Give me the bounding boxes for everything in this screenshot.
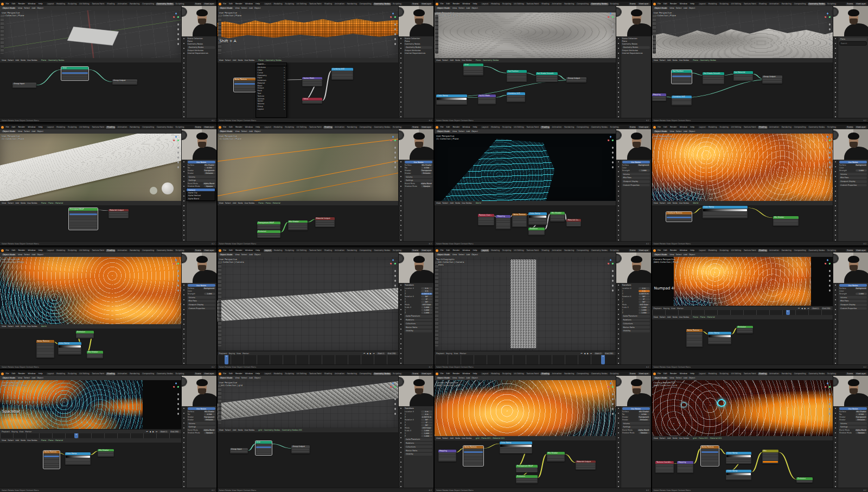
viewport-menu-select[interactable]: Select bbox=[241, 130, 247, 133]
workspace-tab-texture-paint[interactable]: Texture Paint bbox=[308, 3, 323, 5]
property-value[interactable]: Background bbox=[855, 287, 867, 289]
search-input[interactable]: Search bbox=[839, 41, 867, 46]
menu-item-help[interactable]: Help bbox=[472, 373, 478, 375]
panel-section[interactable]: Custom Properties bbox=[839, 184, 867, 187]
timeline-editor[interactable]: PlaybackKeyingViewMarker⏮ ◀ ▶ ⏭Start 1En… bbox=[652, 306, 833, 315]
blender-logo-icon[interactable] bbox=[219, 126, 221, 129]
workspace-tab-geometry-nodes[interactable]: Geometry Nodes bbox=[373, 373, 392, 375]
viewport-menu-select[interactable]: Select bbox=[676, 377, 682, 379]
viewport-menu-select[interactable]: Select bbox=[458, 254, 464, 256]
topbar-chip[interactable]: ViewLayer bbox=[203, 3, 215, 5]
node-editor-menu-node[interactable]: Node bbox=[21, 439, 25, 441]
node-set-shade-smooth[interactable]: Set Shade Smooth bbox=[536, 72, 558, 82]
property-value[interactable]: 0 m bbox=[421, 290, 432, 292]
workspace-tab-rendering[interactable]: Rendering bbox=[346, 126, 358, 129]
blender-logo-icon[interactable] bbox=[1, 3, 4, 5]
timeline-playhead[interactable]: 0 bbox=[74, 433, 78, 438]
workspace-tab-uv-editing[interactable]: UV Editing bbox=[513, 373, 525, 375]
node-mix[interactable]: Mix bbox=[762, 450, 778, 463]
blend-mode-dropdown[interactable]: OpaqueAlpha ClipAlpha HashedAlpha Blend bbox=[186, 188, 215, 201]
properties-tab-icons[interactable] bbox=[833, 160, 838, 241]
workspace-tab-scripting[interactable]: Scripting bbox=[826, 126, 837, 129]
node-color-ramp[interactable]: Color Ramp bbox=[436, 94, 467, 105]
viewport-3d[interactable]: User Perspective(1) Collection | Plane bbox=[218, 134, 399, 201]
workspace-tab-shading[interactable]: Shading bbox=[540, 249, 550, 252]
workspace-tab-texture-paint[interactable]: Texture Paint bbox=[91, 373, 106, 375]
menu-item-edit[interactable]: Edit bbox=[663, 249, 668, 251]
workspace-tab-uv-editing[interactable]: UV Editing bbox=[730, 373, 742, 375]
property-value[interactable]: 90° bbox=[421, 424, 432, 426]
menu-item-help[interactable]: Help bbox=[254, 373, 260, 375]
panel-section[interactable]: Motion Paths bbox=[405, 326, 432, 329]
node-editor-canvas[interactable]: Texture CoordinateMappingNoise TextureCo… bbox=[652, 440, 833, 488]
property-value[interactable]: Alpha Blend bbox=[203, 182, 215, 185]
menu-item-render[interactable]: Render bbox=[234, 249, 243, 251]
frame-end-chip[interactable]: End 250 bbox=[387, 352, 397, 355]
workspace-tab-texture-paint[interactable]: Texture Paint bbox=[743, 373, 757, 375]
property-value[interactable]: Emission bbox=[204, 172, 215, 174]
workspace-tab-texture-paint[interactable]: Texture Paint bbox=[743, 3, 757, 5]
menu-item-help[interactable]: Help bbox=[472, 249, 478, 251]
node-editor-menu-node[interactable]: Node bbox=[21, 59, 25, 61]
node-editor-canvas[interactable]: Texture CoordinateMappingNoise TextureCo… bbox=[435, 205, 616, 241]
node-editor-menu-add[interactable]: Add bbox=[15, 439, 19, 441]
menu-item-render[interactable]: Render bbox=[669, 3, 678, 5]
viewport-menu-object-mode[interactable]: Object Mode bbox=[219, 254, 234, 256]
modifier-section-header[interactable]: Geometry Nodes bbox=[622, 46, 650, 49]
node-editor-menu-view[interactable]: View bbox=[654, 316, 658, 318]
node-noise-texture[interactable]: Noise Texture bbox=[36, 340, 54, 358]
viewport-menu-object-mode[interactable]: Object Mode bbox=[436, 130, 451, 133]
menu-item-help[interactable]: Help bbox=[472, 3, 478, 5]
viewport-menu-object-mode[interactable]: Object Mode bbox=[2, 130, 16, 133]
node-texture-coordinate[interactable]: Texture Coordinate bbox=[655, 461, 673, 473]
viewport-menu-add[interactable]: Add bbox=[31, 254, 35, 256]
panel-section[interactable]: Viewport Display bbox=[188, 304, 215, 306]
node-editor-canvas[interactable]: Set PositionSet Shade SmoothSet Material… bbox=[652, 62, 833, 118]
viewport-menu-add[interactable]: Add bbox=[684, 377, 687, 379]
modifier-subrow[interactable]: Output Attributes bbox=[405, 49, 432, 52]
workspace-tab-compositing[interactable]: Compositing bbox=[141, 373, 155, 375]
menu-item-help[interactable]: Help bbox=[689, 249, 695, 251]
workspace-tab-compositing[interactable]: Compositing bbox=[141, 126, 155, 129]
node-mix-shader[interactable]: Mix Shader bbox=[773, 216, 799, 226]
workspace-tab-sculpting[interactable]: Sculpting bbox=[67, 373, 78, 375]
navigation-gizmo-icon[interactable] bbox=[608, 136, 614, 142]
toolbar-icons[interactable] bbox=[435, 261, 438, 346]
menu-item-help[interactable]: Help bbox=[689, 126, 695, 128]
frame-end-chip[interactable]: End 250 bbox=[821, 307, 831, 310]
workspace-tab-geometry-nodes[interactable]: Geometry Nodes bbox=[590, 126, 609, 129]
workspace-tab-compositing[interactable]: Compositing bbox=[793, 126, 807, 129]
workspace-tab-animation[interactable]: Animation bbox=[116, 249, 128, 252]
workspace-tab-geometry-nodes[interactable]: Geometry Nodes bbox=[373, 3, 392, 5]
viewport-menu-select[interactable]: Select bbox=[676, 7, 682, 9]
use-nodes-toggle[interactable]: Use Nodes bbox=[245, 59, 255, 61]
viewport-menu-view[interactable]: View bbox=[452, 130, 457, 133]
modifier-subrow[interactable]: Output Attributes bbox=[188, 49, 215, 52]
node-editor-menu-view[interactable]: View bbox=[219, 202, 224, 204]
workspace-tab-layout[interactable]: Layout bbox=[46, 3, 55, 5]
node-emission[interactable]: Emission bbox=[796, 477, 813, 483]
property-value[interactable]: 0.500 bbox=[204, 413, 215, 415]
viewport-menu-add[interactable]: Add bbox=[31, 130, 35, 133]
property-value[interactable]: XYZ Euler bbox=[421, 427, 432, 429]
workspace-tab-layout[interactable]: Layout bbox=[264, 249, 272, 252]
panel-section[interactable]: Settings bbox=[839, 426, 867, 428]
blender-logo-icon[interactable] bbox=[219, 3, 221, 5]
node-editor-menu-add[interactable]: Add bbox=[450, 202, 454, 204]
blender-logo-icon[interactable] bbox=[219, 373, 221, 375]
viewport-menu-object-mode[interactable]: Object Mode bbox=[2, 7, 16, 9]
viewport-menu-object[interactable]: Object bbox=[37, 377, 43, 379]
outliner-item[interactable]: Geometry Nodes bbox=[188, 43, 215, 45]
topbar-chip[interactable]: Scene bbox=[194, 249, 202, 252]
workspace-tab-shading[interactable]: Shading bbox=[540, 373, 550, 375]
timeline-menu-keying[interactable]: Keying bbox=[446, 352, 452, 355]
workspace-tab-modeling[interactable]: Modeling bbox=[55, 3, 66, 5]
node-transparent-bsdf[interactable]: Transparent BSDF bbox=[516, 465, 538, 472]
workspace-tab-rendering[interactable]: Rendering bbox=[129, 126, 141, 129]
property-value[interactable]: 1.000 bbox=[421, 312, 432, 314]
panel-section[interactable]: Volume bbox=[188, 422, 215, 425]
workspace-tab-geometry-nodes[interactable]: Geometry Nodes bbox=[808, 249, 826, 252]
panel-section[interactable]: Collections bbox=[405, 445, 432, 448]
node-noise-texture[interactable]: Noise Texture bbox=[686, 329, 703, 347]
workspace-tab-layout[interactable]: Layout bbox=[264, 3, 272, 5]
